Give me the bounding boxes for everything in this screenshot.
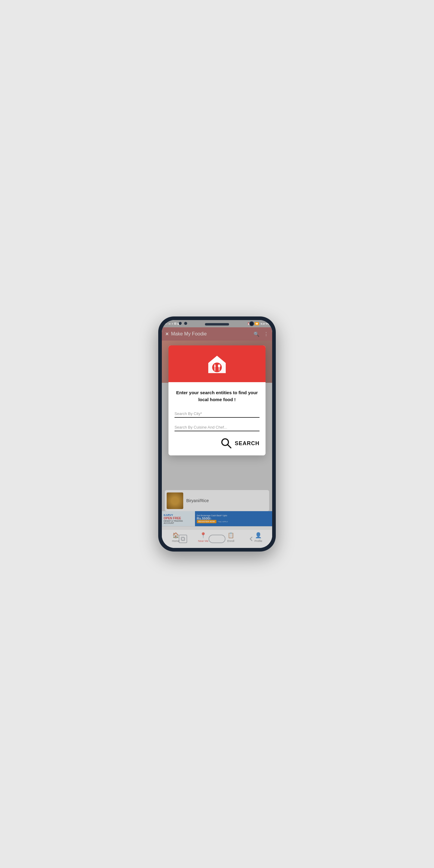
phone-frame: ▲₁ ▲₂ f 🖼 ◉ ⊕ ⏰ ▼ ▮▮ 5:27 PM ×: [158, 316, 276, 552]
cuisine-search-field: [175, 424, 259, 431]
battery-icon: ▮▮: [255, 322, 259, 325]
phone-screen: ▲₁ ▲₂ f 🖼 ◉ ⊕ ⏰ ▼ ▮▮ 5:27 PM ×: [162, 320, 272, 548]
city-search-field: [175, 410, 259, 418]
search-button-label: SEARCH: [235, 440, 259, 447]
signal-icon-2: ▲₂: [168, 322, 171, 325]
modal-header: [168, 345, 266, 382]
phone-dots: [179, 322, 187, 325]
search-modal: Enter your search entities to find your …: [168, 345, 266, 456]
city-search-input[interactable]: [175, 410, 259, 418]
search-button[interactable]: SEARCH: [175, 437, 259, 450]
svg-point-7: [218, 364, 220, 367]
modal-overlay: Enter your search entities to find your …: [162, 327, 272, 548]
cuisine-search-input[interactable]: [175, 424, 259, 431]
svg-line-10: [227, 444, 231, 448]
app-content: × Make My Foodie 🔍 ⋮ Biryani/Rice KARVY: [162, 327, 272, 548]
app-logo: [207, 354, 227, 375]
phone-speaker: [205, 323, 229, 326]
search-magnifier-icon: [220, 437, 232, 450]
svg-point-2: [212, 363, 222, 372]
facebook-icon: f: [172, 322, 173, 325]
phone-dot-2: [184, 322, 187, 325]
time-display: 5:27 PM: [261, 322, 270, 325]
phone-dot-1: [179, 322, 182, 325]
phone-camera: [249, 321, 254, 326]
image-icon: 🖼: [174, 322, 176, 325]
modal-body: Enter your search entities to find your …: [168, 382, 266, 456]
svg-marker-1: [208, 355, 226, 363]
signal-icon: ▲₁: [164, 322, 167, 325]
modal-heading: Enter your search entities to find your …: [175, 390, 259, 403]
